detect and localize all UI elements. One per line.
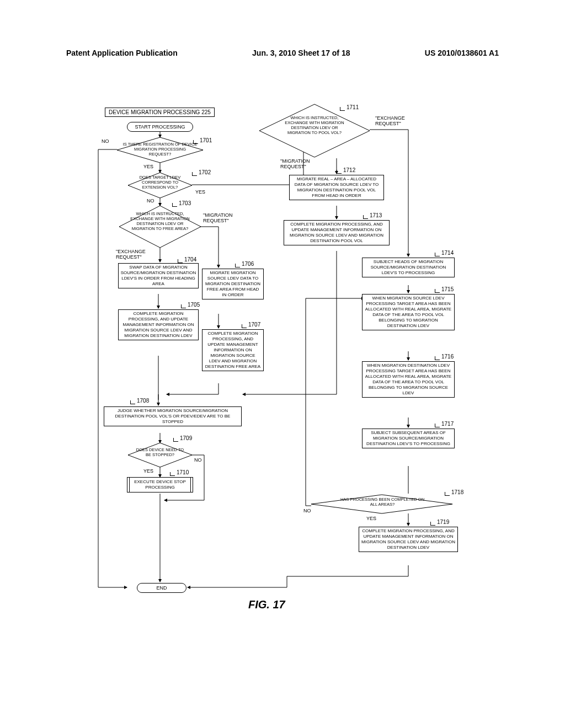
ref-1710: 1710 [177,469,189,475]
ref-1704: 1704 [184,256,196,263]
label-exchange-1703: "EXCHANGE REQUEST" [116,249,149,260]
decision-1718-text: HAS PROCESSING BEEN COMPLETED ON ALL ARE… [339,497,426,507]
ref-1718: 1718 [451,489,463,495]
process-1713: COMPLETE MIGRATION PROCESSING, AND UPDAT… [284,220,390,245]
label-migration-1711: "MIGRATION REQUEST" [280,158,313,169]
decision-1702-text: DOES TARGET LDEV CORRESPOND TO EXTENSION… [134,175,186,190]
ref-1717: 1717 [441,421,454,427]
label-no-1709: NO [194,457,202,463]
process-1710: EXECUTE DEVICE STOP PROCESSING [127,477,193,493]
header-left: Patent Application Publication [66,49,178,57]
label-no-1718: NO [303,508,311,513]
label-yes-1718: YES [366,516,376,521]
process-1705: COMPLETE MIGRATION PROCESSING, AND UPDAT… [118,309,199,340]
header-right: US 2010/0138601 A1 [425,49,499,57]
label-yes-1709: YES [143,468,153,474]
label-no-1702: NO [147,198,154,204]
decision-1701-text: IS THERE REGISTRATION OF DEVICE MIGRATIO… [122,142,198,157]
ref-1702: 1702 [199,169,211,175]
decision-1709-text: DOES DEVICE NEED TO BE STOPPED? [136,447,184,457]
label-no-1701: NO [102,138,109,144]
ref-1716: 1716 [441,354,454,360]
process-1717: SUBJECT SUBSEQUENT AREAS OF MIGRATION SO… [362,429,455,448]
end-box: END [137,583,186,593]
ref-1706: 1706 [242,261,254,267]
process-1708: JUDGE WHETHER MIGRATION SOURCE/MIGRATION… [104,406,242,426]
figure-caption: FIG. 17 [248,598,285,611]
process-1706: MIGRATE MIGRATION SOURCE LDEV DATA TO MI… [202,269,264,299]
process-1715: WHEN MIGRATION SOURCE LDEV PROCESSING TA… [362,294,455,330]
process-1714: SUBJECT HEADS OF MIGRATION SOURCE/MIGRAT… [362,258,455,277]
ref-1715: 1715 [441,286,454,292]
process-1716: WHEN MIGRATION DESTINATION LDEV PROCESSI… [362,361,455,398]
decision-1703-text: WHICH IS INSTRUCTED, EXCHANGE WITH MIGRA… [128,211,192,231]
ref-1719: 1719 [437,519,449,525]
label-yes-1701: YES [143,164,153,169]
header-center: Jun. 3, 2010 Sheet 17 of 18 [252,49,350,57]
title-box: DEVICE MIGRATION PROCESSING 225 [105,108,215,117]
ref-1708: 1708 [137,398,149,404]
decision-1711-text: WHICH IS INSTRUCTED, EXCHANGE WITH MIGRA… [279,115,350,135]
process-1707: COMPLETE MIGRATION PROCESSING, AND UPDAT… [202,329,264,371]
ref-1701: 1701 [200,137,212,143]
ref-1703: 1703 [179,200,191,206]
process-1704: SWAP DATA OF MIGRATION SOURCE/MIGRATION … [118,263,199,288]
label-exchange-1711: "EXCHANGE REQUEST" [375,115,414,126]
ref-1707: 1707 [248,322,260,328]
start-box: START PROCESSING [127,122,193,132]
label-yes-1702: YES [195,189,205,195]
ref-1705: 1705 [188,302,200,308]
ref-1711: 1711 [347,104,359,110]
label-migration-1703: "MIGRATION REQUEST" [203,212,236,223]
process-1719: COMPLETE MIGRATION PROCESSING, AND UPDAT… [359,527,458,552]
ref-1713: 1713 [370,212,382,218]
process-1712: MIGRATE REAL – AREA – ALLOCATED DATA OF … [289,175,384,200]
ref-1712: 1712 [343,167,355,173]
ref-1714: 1714 [441,250,454,256]
ref-1709: 1709 [180,435,192,441]
page-header: Patent Application Publication Jun. 3, 2… [0,49,565,57]
